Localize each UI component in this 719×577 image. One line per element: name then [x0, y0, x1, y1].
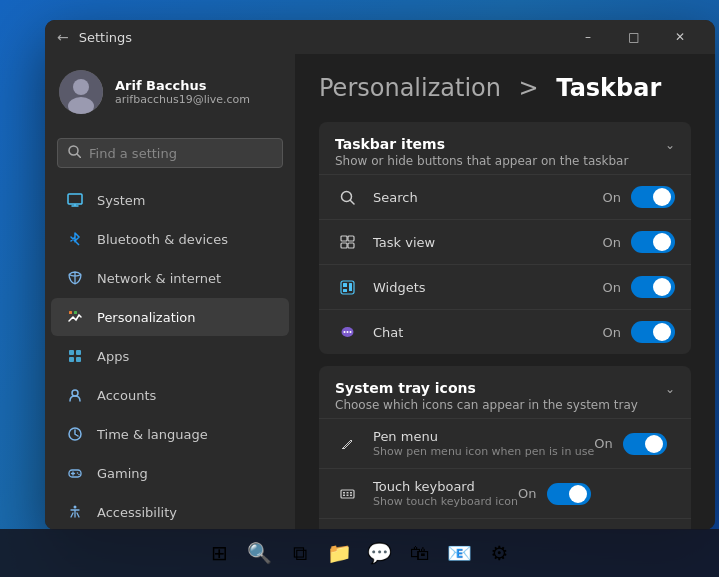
svg-rect-45 — [350, 495, 352, 497]
sidebar-item-accounts[interactable]: Accounts — [51, 376, 289, 414]
minimize-button[interactable]: – — [565, 20, 611, 54]
toggle-touch-keyboard[interactable] — [547, 483, 591, 505]
svg-rect-44 — [346, 495, 348, 497]
svg-rect-42 — [350, 492, 352, 494]
toggle-knob-widgets — [653, 278, 671, 296]
nav-label-accounts: Accounts — [97, 388, 156, 403]
search-input[interactable] — [89, 146, 272, 161]
setting-icon-search — [335, 185, 359, 209]
setting-status-chat: On — [603, 325, 621, 340]
section-title-taskbar-items: Taskbar items — [335, 136, 628, 152]
user-name: Arif Bacchus — [115, 78, 250, 93]
sidebar-item-gaming[interactable]: Gaming — [51, 454, 289, 492]
personalization-icon — [65, 307, 85, 327]
maximize-button[interactable]: □ — [611, 20, 657, 54]
sections-container: Taskbar items Show or hide buttons that … — [319, 122, 691, 530]
setting-status-pen-menu: On — [594, 436, 612, 451]
svg-point-36 — [349, 331, 351, 333]
toggle-widgets[interactable] — [631, 276, 675, 298]
setting-status-search: On — [603, 190, 621, 205]
setting-row-chat[interactable]: Chat On — [319, 309, 691, 354]
bluetooth-icon — [65, 229, 85, 249]
setting-row-widgets[interactable]: Widgets On — [319, 264, 691, 309]
sidebar-item-bluetooth[interactable]: Bluetooth & devices — [51, 220, 289, 258]
toggle-chat[interactable] — [631, 321, 675, 343]
sidebar-item-network[interactable]: Network & internet — [51, 259, 289, 297]
time-icon — [65, 424, 85, 444]
setting-row-search[interactable]: Search On — [319, 174, 691, 219]
svg-rect-8 — [69, 311, 72, 314]
setting-label-search: Search — [373, 190, 603, 205]
settings-window: ← Settings – □ ✕ — [45, 20, 715, 530]
taskbar-store[interactable]: 🛍 — [402, 535, 438, 571]
setting-label-main-pen-menu: Pen menu — [373, 429, 594, 444]
setting-row-pen-menu[interactable]: Pen menu Show pen menu icon when pen is … — [319, 418, 691, 468]
setting-row-task-view[interactable]: Task view On — [319, 219, 691, 264]
svg-point-34 — [343, 331, 345, 333]
setting-row-touch-keyboard[interactable]: Touch keyboard Show touch keyboard icon … — [319, 468, 691, 518]
user-email: arifbacchus19@live.com — [115, 93, 250, 106]
toggle-knob-search — [653, 188, 671, 206]
setting-icon-pen-menu — [335, 432, 359, 456]
user-profile[interactable]: Arif Bacchus arifbacchus19@live.com — [45, 54, 295, 130]
setting-label-main-touch-keyboard: Touch keyboard — [373, 479, 518, 494]
toggle-knob-chat — [653, 323, 671, 341]
sidebar-item-accessibility[interactable]: Accessibility — [51, 493, 289, 530]
svg-rect-5 — [68, 194, 82, 204]
sidebar-item-personalization[interactable]: Personalization — [51, 298, 289, 336]
setting-label-sub-touch-keyboard: Show touch keyboard icon — [373, 495, 518, 508]
taskbar-mail[interactable]: 📧 — [442, 535, 478, 571]
svg-point-35 — [346, 331, 348, 333]
user-info: Arif Bacchus arifbacchus19@live.com — [115, 78, 250, 106]
svg-point-14 — [72, 390, 78, 396]
toggle-task-view[interactable] — [631, 231, 675, 253]
section-title-system-tray: System tray icons — [335, 380, 638, 396]
taskbar-task-view[interactable]: ⧉ — [282, 535, 318, 571]
setting-icon-task-view — [335, 230, 359, 254]
window-controls: – □ ✕ — [565, 20, 703, 54]
breadcrumb-parent: Personalization — [319, 74, 501, 102]
svg-rect-25 — [341, 236, 347, 241]
section-taskbar-items: Taskbar items Show or hide buttons that … — [319, 122, 691, 354]
close-button[interactable]: ✕ — [657, 20, 703, 54]
section-subtitle-system-tray: Choose which icons can appear in the sys… — [335, 398, 638, 412]
page-title: Personalization > Taskbar — [319, 74, 691, 102]
setting-icon-chat — [335, 320, 359, 344]
toggle-knob-pen-menu — [645, 435, 663, 453]
sidebar-item-apps[interactable]: Apps — [51, 337, 289, 375]
system-icon — [65, 190, 85, 210]
nav-label-gaming: Gaming — [97, 466, 148, 481]
taskbar-start[interactable]: ⊞ — [202, 535, 238, 571]
setting-icon-widgets — [335, 275, 359, 299]
taskbar-teams[interactable]: 💬 — [362, 535, 398, 571]
svg-line-4 — [77, 154, 81, 158]
back-button[interactable]: ← — [57, 29, 69, 45]
setting-label-sub-pen-menu: Show pen menu icon when pen is in use — [373, 445, 594, 458]
nav-list: System Bluetooth & devices Network & int… — [45, 180, 295, 530]
nav-label-accessibility: Accessibility — [97, 505, 177, 520]
setting-status-touch-keyboard: On — [518, 486, 536, 501]
section-header-taskbar-items[interactable]: Taskbar items Show or hide buttons that … — [319, 122, 691, 174]
window-title: Settings — [79, 30, 565, 45]
title-bar: ← Settings – □ ✕ — [45, 20, 715, 54]
taskbar-files[interactable]: 📁 — [322, 535, 358, 571]
taskbar-search[interactable]: 🔍 — [242, 535, 278, 571]
taskbar-settings[interactable]: ⚙ — [482, 535, 518, 571]
sidebar-item-time[interactable]: Time & language — [51, 415, 289, 453]
svg-point-21 — [74, 506, 77, 509]
desktop: ← Settings – □ ✕ — [0, 0, 719, 577]
setting-label-widgets: Widgets — [373, 280, 603, 295]
nav-label-personalization: Personalization — [97, 310, 196, 325]
svg-rect-39 — [341, 490, 354, 498]
accounts-icon — [65, 385, 85, 405]
toggle-search[interactable] — [631, 186, 675, 208]
section-header-system-tray[interactable]: System tray icons Choose which icons can… — [319, 366, 691, 418]
toggle-pen-menu[interactable] — [623, 433, 667, 455]
chevron-up-icon: ⌄ — [665, 382, 675, 396]
setting-icon-touch-keyboard — [335, 482, 359, 506]
apps-icon — [65, 346, 85, 366]
sidebar-item-system[interactable]: System — [51, 181, 289, 219]
svg-rect-27 — [341, 243, 347, 248]
search-box[interactable] — [57, 138, 283, 168]
search-container — [45, 130, 295, 180]
